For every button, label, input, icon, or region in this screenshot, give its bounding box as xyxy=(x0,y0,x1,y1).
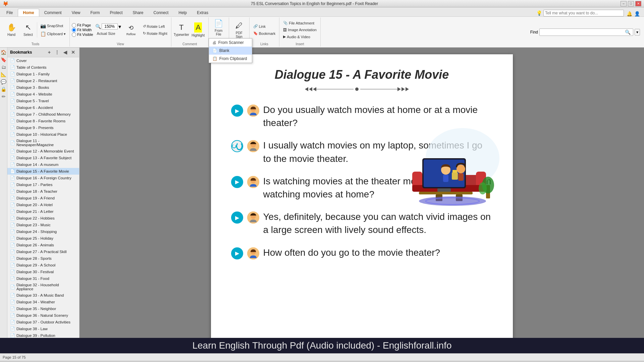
sidebar-item-11[interactable]: 📄Dialogue 10 - Historical Place xyxy=(7,131,79,138)
sidebar-item-40[interactable]: 📄Dialogue 39 - Pollution xyxy=(7,332,79,338)
from-blank-item[interactable]: 📄Blank xyxy=(209,47,252,55)
snapshot-button[interactable]: 📷 SnapShot xyxy=(39,22,67,29)
file-attachment-button[interactable]: 📎File Attachment xyxy=(281,20,318,26)
sidebar-item-27[interactable]: 📄Dialogue 26 - Animals xyxy=(7,242,79,248)
sidebar-item-10[interactable]: 📄Dialogue 9 - Presents xyxy=(7,124,79,131)
play-button-1[interactable] xyxy=(231,140,243,152)
pdf-sign-button[interactable]: 🖊 PDF Sign xyxy=(231,20,247,40)
sidebar-item-0[interactable]: 📄Cover xyxy=(7,57,79,64)
image-annotation-button[interactable]: 🖼Image Annotation xyxy=(281,27,318,33)
sidebar-item-16[interactable]: 📄Dialogue 15 - A Favorite Movie xyxy=(7,168,79,175)
strip-icon-2[interactable]: 🗂 xyxy=(0,64,7,70)
sidebar-item-31[interactable]: 📄Dialogue 30 - Festival xyxy=(7,268,79,275)
tab-file[interactable]: File xyxy=(1,9,18,16)
hand-button[interactable]: ✋ Hand xyxy=(3,20,19,40)
sidebar-item-39[interactable]: 📄Dialogue 38 - Law xyxy=(7,325,79,332)
close-button[interactable]: ✕ xyxy=(635,1,641,6)
sidebar-item-26[interactable]: 📄Dialogue 25 - Holiday xyxy=(7,235,79,242)
play-button-4[interactable]: ▶ xyxy=(231,247,243,259)
highlight-button[interactable]: A Highlight xyxy=(190,20,206,40)
sidebar-item-20[interactable]: 📄Dialogue 19 - A Friend xyxy=(7,195,79,201)
link-button[interactable]: 🔗Link xyxy=(252,23,277,29)
rotate-right-button[interactable]: ↻Rotate Right xyxy=(141,30,169,37)
clipboard-button[interactable]: 📋 Clipboard ▾ xyxy=(39,30,67,38)
zoom-out-icon[interactable]: 🔍 xyxy=(95,24,101,29)
sidebar-add-btn[interactable]: + xyxy=(47,49,52,56)
tab-share[interactable]: Share xyxy=(128,9,149,16)
sidebar-item-7[interactable]: 📄Dialogue 6 - Accident xyxy=(7,104,79,111)
rotate-left-button[interactable]: ↺Rotate Left xyxy=(141,23,169,29)
sidebar-item-25[interactable]: 📄Dialogue 24 - Shopping xyxy=(7,228,79,235)
strip-icon-0[interactable]: 🏠 xyxy=(0,49,7,56)
sidebar-item-30[interactable]: 📄Dialogue 29 - A School xyxy=(7,262,79,268)
sidebar-item-6[interactable]: 📄Dialogue 5 - Travel xyxy=(7,98,79,104)
maximize-button[interactable]: □ xyxy=(628,1,634,6)
select-button[interactable]: ↖ Select xyxy=(20,20,36,40)
strip-icon-1[interactable]: 🔖 xyxy=(0,56,7,63)
sidebar-item-17[interactable]: 📄Dialogue 16 - A Foreign Country xyxy=(7,175,79,181)
reflow-button[interactable]: ⟲ Reflow xyxy=(123,23,139,37)
sidebar-item-14[interactable]: 📄Dialogue 13 - A Favorite Subject xyxy=(7,155,79,161)
typewriter-button[interactable]: T Typewriter xyxy=(173,20,190,40)
sidebar-item-4[interactable]: 📄Dialogue 3 - Books xyxy=(7,84,79,91)
strip-icon-4[interactable]: 💬 xyxy=(0,78,7,85)
sidebar-item-23[interactable]: 📄Dialogue 22 - Hobbies xyxy=(7,215,79,222)
play-button-0[interactable]: ▶ xyxy=(231,105,243,117)
minimize-button[interactable]: – xyxy=(621,1,627,6)
tab-comment[interactable]: Comment xyxy=(39,9,67,16)
fit-visible-check[interactable]: Fit Visible xyxy=(72,33,93,37)
sidebar-item-15[interactable]: 📄Dialogue 14 - A museum xyxy=(7,161,79,168)
fit-width-check[interactable]: Fit Width xyxy=(72,28,93,32)
tab-connect[interactable]: Connect xyxy=(149,9,174,16)
from-scanner-item[interactable]: 🖨From Scanner xyxy=(209,39,252,47)
sidebar-item-22[interactable]: 📄Dialogue 21 - A Letter xyxy=(7,208,79,215)
sidebar-collapse-btn[interactable]: ◀ xyxy=(62,49,68,56)
sidebar-item-3[interactable]: 📄Dialogue 2 - Restaurant xyxy=(7,77,79,84)
sidebar-item-21[interactable]: 📄Dialogue 20 - A Hotel xyxy=(7,201,79,208)
audio-video-button[interactable]: ▶Audio & Video xyxy=(281,34,318,40)
pdf-area[interactable]: Dialogue 15 - A Favorite Movie xyxy=(79,48,644,338)
sidebar-item-35[interactable]: 📄Dialogue 34 - Weather xyxy=(7,299,79,305)
sidebar-close-btn[interactable]: ✕ xyxy=(70,49,76,56)
tell-me-input[interactable] xyxy=(543,10,624,16)
sidebar-item-2[interactable]: 📄Dialogue 1 - Family xyxy=(7,71,79,77)
sidebar-item-34[interactable]: 📄Dialogue 33 - A Music Band xyxy=(7,292,79,299)
sidebar-item-28[interactable]: 📄Dialogue 27 - A Practical Skill xyxy=(7,248,79,255)
search-options-btn[interactable]: ▾ xyxy=(635,29,640,36)
zoom-input[interactable] xyxy=(102,23,118,29)
zoom-dropdown-btn[interactable]: ▾ xyxy=(118,23,121,30)
sidebar-item-18[interactable]: 📄Dialogue 17 - Parties xyxy=(7,181,79,188)
tab-form[interactable]: Form xyxy=(86,9,105,16)
search-icon[interactable]: 🔍 xyxy=(625,29,631,35)
fit-page-check[interactable]: Fit Page xyxy=(72,23,93,27)
bookmark-button[interactable]: 🔖Bookmark xyxy=(252,30,277,37)
sidebar-item-9[interactable]: 📄Dialogue 8 - Favorite Rooms xyxy=(7,118,79,124)
sidebar-item-32[interactable]: 📄Dialogue 31 - Food xyxy=(7,275,79,282)
sidebar-item-19[interactable]: 📄Dialogue 18 - A Teacher xyxy=(7,188,79,195)
tab-extras[interactable]: Extras xyxy=(192,9,213,16)
strip-icon-6[interactable]: ✏ xyxy=(0,93,7,100)
sidebar-item-13[interactable]: 📄Dialogue 12 - A Memorable Event xyxy=(7,148,79,155)
sidebar-item-5[interactable]: 📄Dialogue 4 - Website xyxy=(7,91,79,98)
tab-view[interactable]: View xyxy=(67,9,86,16)
tab-home[interactable]: Home xyxy=(18,9,39,16)
sidebar-item-38[interactable]: 📄Dialogue 37 - Outdoor Activities xyxy=(7,319,79,325)
play-button-2[interactable]: ▶ xyxy=(231,176,243,188)
from-clipboard-item[interactable]: 📋From Clipboard xyxy=(209,55,252,63)
strip-icon-5[interactable]: 🔒 xyxy=(0,86,7,93)
sidebar-item-33[interactable]: 📄Dialogue 32 - Household Appliance xyxy=(7,282,79,292)
sidebar-item-1[interactable]: 📄Table of Contents xyxy=(7,64,79,71)
sidebar-item-29[interactable]: 📄Dialogue 28 - Sports xyxy=(7,255,79,262)
sidebar-item-36[interactable]: 📄Dialogue 35 - Neighbor xyxy=(7,305,79,312)
sidebar-item-24[interactable]: 📄Dialogue 23 - Music xyxy=(7,222,79,228)
tab-help[interactable]: Help xyxy=(173,9,192,16)
play-button-3[interactable]: ▶ xyxy=(231,212,243,224)
sidebar-item-37[interactable]: 📄Dialogue 36 - Natural Scenery xyxy=(7,312,79,319)
sidebar-item-8[interactable]: 📄Dialogue 7 - Childhood Memory xyxy=(7,111,79,118)
actual-size-button[interactable]: Actual Size xyxy=(95,31,117,37)
sidebar-item-12[interactable]: 📄Dialogue 11 - Newspaper/Magazine xyxy=(7,138,79,148)
strip-icon-3[interactable]: 📐 xyxy=(0,71,7,78)
tab-protect[interactable]: Protect xyxy=(105,9,128,16)
sidebar-menu-btn[interactable]: ⋮ xyxy=(53,49,61,56)
search-input[interactable] xyxy=(541,30,625,35)
